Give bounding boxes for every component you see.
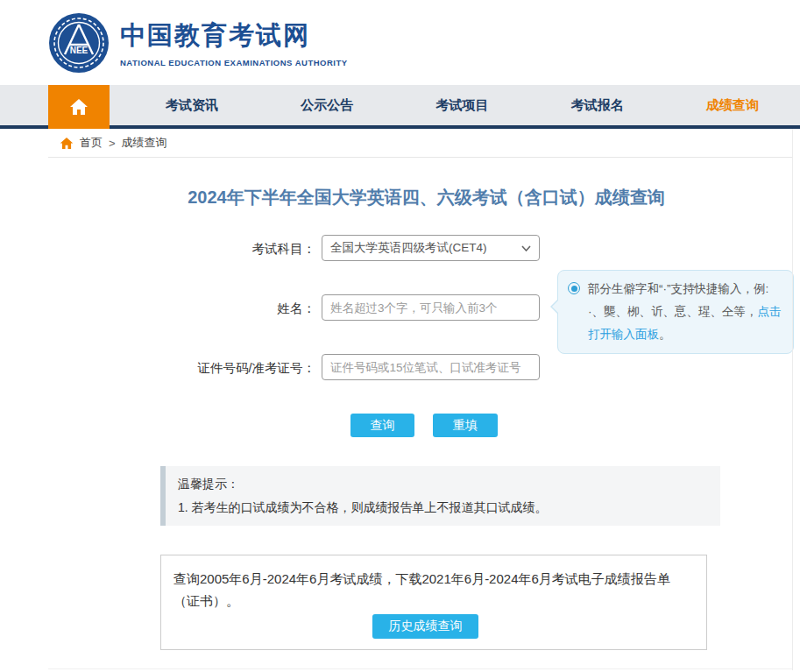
breadcrumb: 首页 > 成绩查询 bbox=[48, 129, 792, 158]
subject-label: 考试科目： bbox=[0, 241, 315, 258]
breadcrumb-current: 成绩查询 bbox=[122, 135, 167, 151]
exam-subject-value: 全国大学英语四级考试(CET4) bbox=[330, 240, 487, 256]
notice-box: 温馨提示： 1. 若考生的口试成绩为不合格，则成绩报告单上不报道其口试成绩。 bbox=[160, 466, 720, 526]
name-label: 姓名： bbox=[0, 301, 315, 317]
exam-subject-select[interactable]: 全国大学英语四级考试(CET4) bbox=[322, 235, 540, 261]
scrollbar-track-line bbox=[792, 129, 793, 670]
nav-item-exam-news[interactable]: 考试资讯 bbox=[124, 85, 259, 125]
home-button[interactable] bbox=[48, 85, 110, 129]
id-label: 证件号码/准考证号： bbox=[0, 360, 315, 377]
breadcrumb-separator: > bbox=[109, 137, 116, 150]
notice-item: 1. 若考生的口试成绩为不合格，则成绩报告单上不报道其口试成绩。 bbox=[178, 500, 708, 516]
main-nav: 考试资讯 公示公告 考试项目 考试报名 成绩查询 bbox=[0, 85, 800, 129]
query-button[interactable]: 查询 bbox=[350, 414, 414, 437]
nav-item-public-notices[interactable]: 公示公告 bbox=[259, 85, 394, 125]
history-query-text: 查询2005年6月-2024年6月考试成绩，下载2021年6月-2024年6月考… bbox=[173, 568, 694, 612]
main-content: 2024年下半年全国大学英语四、六级考试（含口试）成绩查询 考试科目： 全国大学… bbox=[0, 158, 800, 672]
name-input[interactable] bbox=[322, 294, 540, 321]
reset-button[interactable]: 重填 bbox=[433, 414, 498, 437]
neea-logo-icon: NEE bbox=[48, 12, 110, 74]
nav-item-score-query[interactable]: 成绩查询 bbox=[665, 85, 800, 125]
chevron-down-icon bbox=[521, 245, 531, 251]
home-icon bbox=[69, 98, 88, 116]
history-query-box: 查询2005年6月-2024年6月考试成绩，下载2021年6月-2024年6月考… bbox=[160, 555, 707, 650]
brand-title: 中国教育考试网 bbox=[120, 18, 348, 53]
radio-bullet-icon bbox=[568, 282, 580, 294]
site-header: NEE 中国教育考试网 NATIONAL EDUCATION EXAMINATI… bbox=[0, 0, 800, 85]
tip-arrow-inner bbox=[552, 299, 560, 315]
nav-items: 考试资讯 公示公告 考试项目 考试报名 成绩查询 bbox=[110, 85, 800, 129]
footer-divider bbox=[48, 668, 792, 669]
id-number-input[interactable] bbox=[322, 354, 540, 380]
breadcrumb-home-link[interactable]: 首页 bbox=[80, 135, 103, 151]
nav-left-spacer bbox=[0, 85, 48, 129]
tip-text: 部分生僻字和“·”支持快捷输入，例: ·、龑、栁、䜣、恴、瑆、仝等， bbox=[588, 282, 768, 318]
brand-block: 中国教育考试网 NATIONAL EDUCATION EXAMINATIONS … bbox=[120, 18, 348, 67]
nav-item-exam-registration[interactable]: 考试报名 bbox=[530, 85, 665, 125]
tip-text-end: 。 bbox=[659, 328, 671, 341]
history-query-button[interactable]: 历史成绩查询 bbox=[372, 614, 478, 639]
page-title: 2024年下半年全国大学英语四、六级考试（含口试）成绩查询 bbox=[53, 186, 800, 209]
brand-subtitle: NATIONAL EDUCATION EXAMINATIONS AUTHORIT… bbox=[120, 58, 348, 67]
nav-item-exam-programs[interactable]: 考试项目 bbox=[394, 85, 529, 125]
rare-character-tip: 部分生僻字和“·”支持快捷输入，例: ·、龑、栁、䜣、恴、瑆、仝等，点击打开输入… bbox=[557, 270, 794, 354]
breadcrumb-home-icon bbox=[60, 137, 74, 150]
notice-title: 温馨提示： bbox=[178, 477, 708, 492]
svg-text:NEE: NEE bbox=[70, 46, 88, 55]
